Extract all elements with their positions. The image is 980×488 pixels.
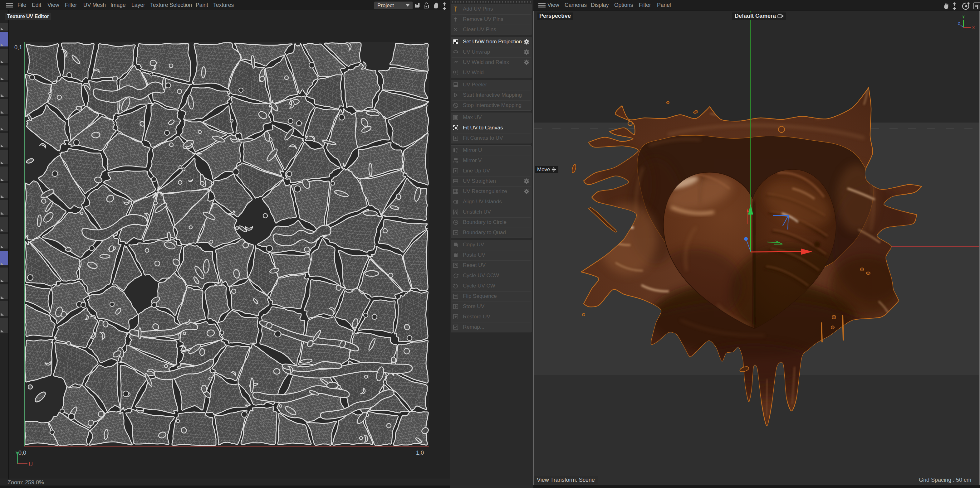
svg-text:0,0: 0,0 <box>18 450 26 456</box>
svg-text:Y: Y <box>962 15 965 19</box>
svg-text:U: U <box>29 461 33 467</box>
svg-text:X: X <box>972 25 975 30</box>
svg-text:Z: Z <box>958 22 960 26</box>
svg-text:0,1: 0,1 <box>14 44 22 51</box>
svg-text:1,0: 1,0 <box>416 450 424 456</box>
